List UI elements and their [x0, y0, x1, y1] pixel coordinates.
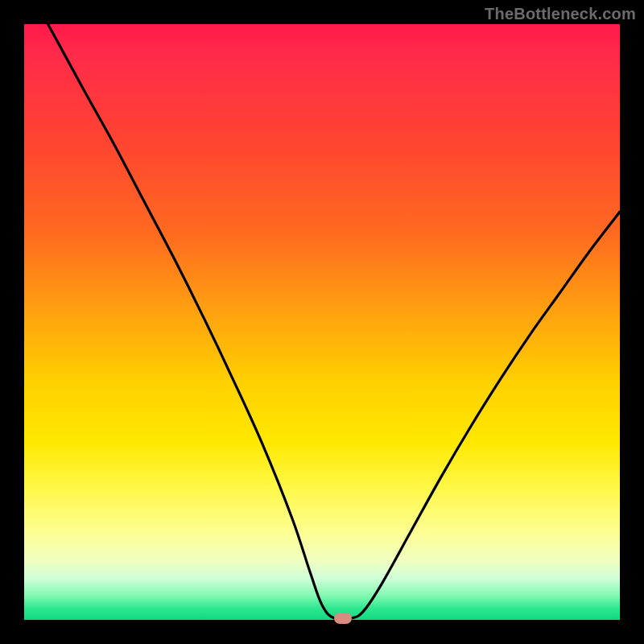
watermark-text: TheBottleneck.com [485, 5, 636, 23]
optimal-point-marker [334, 613, 352, 624]
plot-area [24, 24, 620, 620]
bottleneck-curve [24, 24, 620, 620]
chart-container: TheBottleneck.com [0, 0, 644, 644]
